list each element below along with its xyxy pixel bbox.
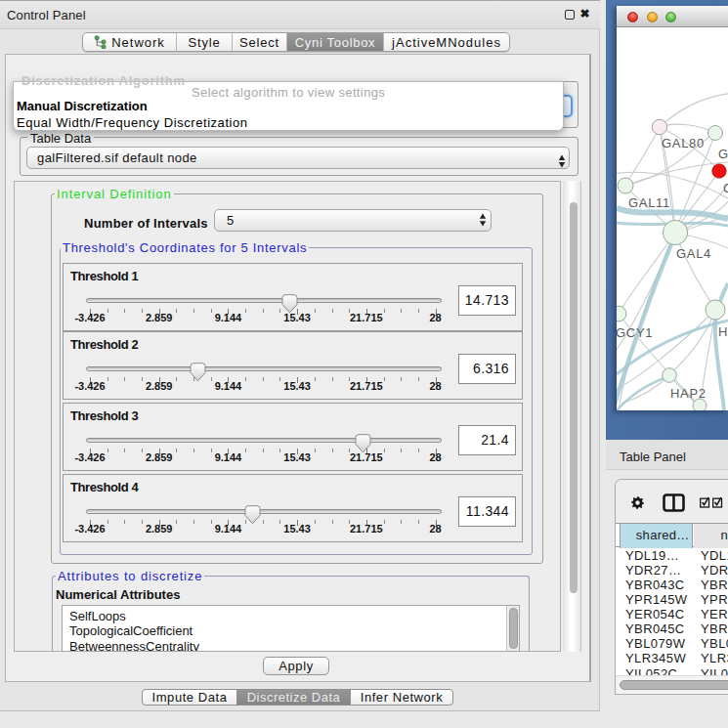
svg-text:GAL11: GAL11 xyxy=(628,195,670,210)
svg-text:GCY1: GCY1 xyxy=(617,325,653,340)
svg-text:HAP2: HAP2 xyxy=(670,386,707,401)
svg-text:C: C xyxy=(723,181,728,195)
svg-text:GA: GA xyxy=(718,147,728,161)
svg-text:HA: HA xyxy=(718,324,728,339)
svg-text:GAL80: GAL80 xyxy=(662,136,705,150)
svg-text:GAL4: GAL4 xyxy=(676,246,711,261)
